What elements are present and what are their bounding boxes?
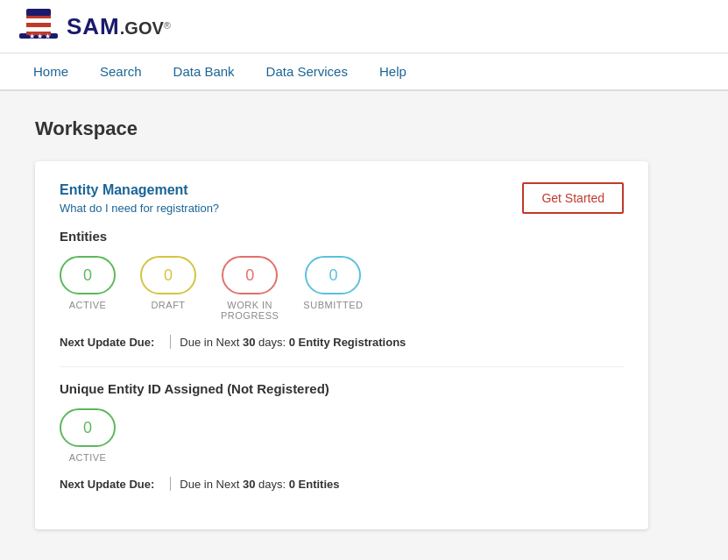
badge-active: 0 ACTIVE: [60, 256, 116, 310]
nav-help[interactable]: Help: [364, 53, 422, 89]
unique-entity-title: Unique Entity ID Assigned (Not Registere…: [60, 381, 624, 396]
svg-text:★: ★: [37, 32, 43, 40]
card-header: Entity Management What do I need for reg…: [60, 182, 624, 215]
svg-rect-5: [26, 9, 51, 16]
entity-management-card: Entity Management What do I need for reg…: [35, 161, 648, 529]
badge-work-in-progress: 0 WORK INPROGRESS: [221, 256, 279, 321]
badge-submitted-count: 0: [305, 256, 361, 294]
navbar: Home Search Data Bank Data Services Help: [0, 53, 728, 91]
badge-draft: 0 DRAFT: [140, 256, 196, 310]
entities-section-title: Entities: [60, 229, 624, 244]
badge-wip-count: 0: [222, 256, 278, 294]
entities-update-row: Next Update Due: Due in Next 30 days: 0 …: [60, 335, 624, 349]
badge-draft-label: DRAFT: [151, 300, 185, 310]
main-content: Workspace Entity Management What do I ne…: [0, 91, 728, 560]
svg-text:★: ★: [45, 32, 51, 40]
unique-update-info: Due in Next 30 days: 0 Entities: [180, 478, 339, 491]
unique-update-row: Next Update Due: Due in Next 30 days: 0 …: [60, 477, 624, 491]
nav-data-bank[interactable]: Data Bank: [158, 53, 251, 89]
svg-rect-3: [26, 23, 51, 27]
unique-update-label: Next Update Due:: [60, 478, 154, 491]
card-header-left: Entity Management What do I need for reg…: [60, 182, 219, 215]
nav-home[interactable]: Home: [18, 53, 84, 89]
entities-badges-row: 0 ACTIVE 0 DRAFT 0 WORK INPROGRESS 0 SUB…: [60, 256, 624, 321]
divider: [170, 335, 171, 349]
unique-badge-active-label: ACTIVE: [69, 452, 107, 463]
nav-data-services[interactable]: Data Services: [251, 53, 364, 89]
unique-entity-section: Unique Entity ID Assigned (Not Registere…: [60, 366, 624, 491]
badge-submitted-label: SUBMITTED: [303, 300, 363, 310]
nav-search[interactable]: Search: [84, 53, 158, 89]
entities-update-label: Next Update Due:: [60, 336, 154, 349]
entities-update-info: Due in Next 30 days: 0 Entity Registrati…: [180, 336, 406, 349]
badge-wip-label: WORK INPROGRESS: [221, 300, 279, 321]
logo: ★ ★ ★ SAM.GOV®: [18, 7, 171, 46]
badge-active-label: ACTIVE: [69, 300, 107, 310]
get-started-button[interactable]: Get Started: [522, 182, 624, 214]
page-title: Workspace: [35, 117, 693, 140]
unique-badge-active: 0 ACTIVE: [60, 408, 116, 463]
badge-draft-count: 0: [140, 256, 196, 294]
logo-hat-icon: ★ ★ ★: [18, 7, 60, 46]
logo-text: SAM.GOV®: [67, 13, 171, 40]
unique-divider: [170, 477, 171, 491]
entity-management-title: Entity Management: [60, 182, 219, 198]
svg-text:★: ★: [29, 32, 35, 40]
entity-management-subtitle[interactable]: What do I need for registration?: [60, 202, 219, 215]
unique-badge-active-count: 0: [60, 408, 116, 447]
badge-submitted: 0 SUBMITTED: [303, 256, 363, 310]
header: ★ ★ ★ SAM.GOV®: [0, 0, 728, 53]
unique-badges-row: 0 ACTIVE: [60, 408, 624, 463]
badge-active-count: 0: [60, 256, 116, 294]
